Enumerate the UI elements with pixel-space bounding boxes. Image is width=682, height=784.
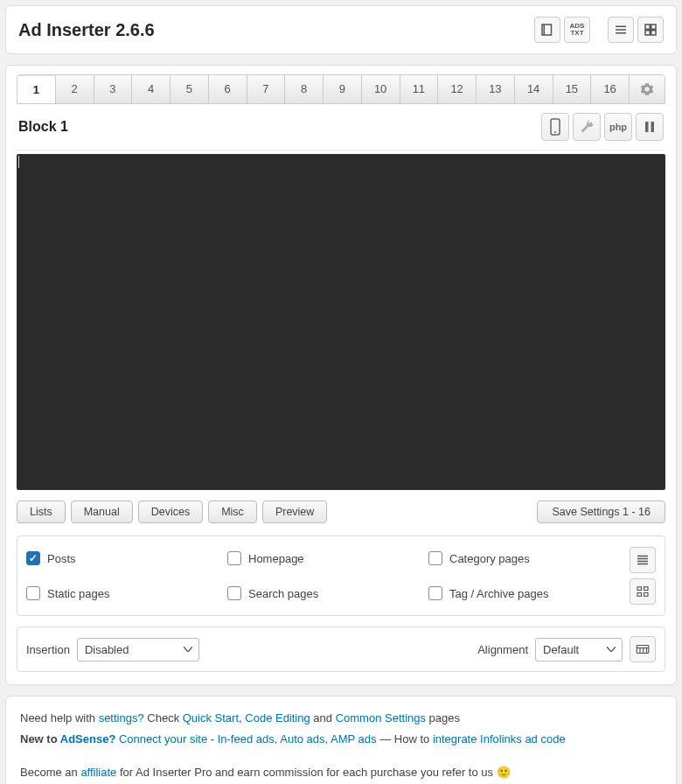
block-header: Block 1 php [17,104,665,150]
lines-icon[interactable] [630,547,656,573]
save-button[interactable]: Save Settings 1 - 16 [537,500,665,523]
button-row: Lists Manual Devices Misc Preview Save S… [17,500,665,523]
homepage-label: Homepage [248,552,304,565]
search-label: Search pages [248,587,318,600]
pause-icon[interactable] [636,113,664,141]
static-label: Static pages [47,587,110,600]
tab-14[interactable]: 14 [515,75,553,103]
infeed-link[interactable]: In-feed ads, Auto ads, AMP ads [218,732,377,746]
mobile-icon[interactable] [541,113,569,141]
tab-12[interactable]: 12 [438,75,477,103]
lists-button[interactable]: Lists [17,500,66,523]
help-line-3: Become an affiliate for Ad Inserter Pro … [20,763,662,782]
misc-button[interactable]: Misc [208,500,257,523]
tag-checkbox[interactable]: Tag / Archive pages [428,586,630,600]
tab-7[interactable]: 7 [247,75,286,103]
homepage-checkbox[interactable]: Homepage [227,551,428,565]
block-tabs: 12345678910111213141516 [17,74,665,104]
static-checkbox[interactable]: Static pages [26,586,227,600]
tab-2[interactable]: 2 [56,75,94,103]
wrench-icon[interactable] [573,113,601,141]
tab-6[interactable]: 6 [209,75,247,103]
tab-13[interactable]: 13 [477,75,515,103]
tab-5[interactable]: 5 [170,75,209,103]
tab-4[interactable]: 4 [132,75,170,103]
svg-rect-4 [651,24,656,29]
svg-rect-6 [651,31,656,35]
tab-10[interactable]: 10 [362,75,400,103]
book-icon[interactable] [534,17,560,43]
manual-button[interactable]: Manual [71,500,133,523]
posts-label: Posts [47,552,76,565]
insertion-select[interactable]: Disabled [77,638,199,662]
tab-11[interactable]: 11 [400,75,439,103]
adsense-link[interactable]: AdSense? [60,732,116,746]
code-editor[interactable] [17,154,665,490]
list-view-icon[interactable] [608,17,634,43]
alignment-label: Alignment [477,643,528,656]
codeediting-link[interactable]: Code Editing [245,711,310,724]
tab-8[interactable]: 8 [285,75,324,103]
help-panel: Need help with settings? Check Quick Sta… [5,696,677,784]
plugin-title: Ad Inserter 2.6.6 [18,20,155,40]
tab-9[interactable]: 9 [324,75,362,103]
tab-3[interactable]: 3 [94,75,133,103]
settings-link[interactable]: settings? [99,711,144,724]
svg-rect-3 [645,24,650,29]
search-checkbox[interactable]: Search pages [227,586,428,600]
connect-link[interactable]: Connect your site [119,732,207,746]
insertion-label: Insertion [26,643,70,656]
svg-rect-15 [637,587,642,591]
tab-1[interactable]: 1 [17,76,56,104]
category-checkbox[interactable]: Category pages [428,551,630,565]
quickstart-link[interactable]: Quick Start [183,711,239,724]
page-types-panel: Posts Homepage Category pages Static pag… [17,536,665,616]
php-button[interactable]: php [604,113,632,141]
svg-rect-18 [644,593,649,597]
block-name: Block 1 [18,119,68,135]
alignment-select[interactable]: Default [535,638,623,662]
header-buttons: ADSTXT [534,17,664,43]
settings-tab[interactable] [630,75,665,103]
svg-rect-16 [644,587,649,591]
grid-view-icon[interactable] [637,17,664,43]
tag-label: Tag / Archive pages [449,587,548,600]
category-label: Category pages [449,552,530,565]
commonsettings-link[interactable]: Common Settings [336,711,426,724]
devices-button[interactable]: Devices [138,500,203,523]
header-panel: Ad Inserter 2.6.6 ADSTXT [5,5,677,54]
svg-rect-17 [637,593,642,597]
adstxt-icon[interactable]: ADSTXT [564,17,590,43]
tab-16[interactable]: 16 [591,75,630,103]
help-line-1: Need help with settings? Check Quick Sta… [20,709,662,728]
insertion-panel: Insertion Disabled Alignment Default [17,626,665,672]
block-tools: php [541,113,664,141]
svg-rect-9 [645,122,649,132]
blocks-icon[interactable] [630,578,656,605]
help-line-2: New to AdSense? Connect your site - In-f… [20,730,662,749]
preview-button[interactable]: Preview [262,500,327,523]
integrate-link[interactable]: integrate Infolinks ad code [433,732,566,746]
posts-checkbox[interactable]: Posts [26,551,227,565]
svg-rect-10 [651,122,655,132]
alignment-icon[interactable] [630,636,656,662]
affiliate-link[interactable]: affiliate [80,766,116,779]
svg-rect-5 [645,31,650,35]
tab-15[interactable]: 15 [553,75,592,103]
main-panel: 12345678910111213141516 Block 1 php List… [5,65,677,685]
